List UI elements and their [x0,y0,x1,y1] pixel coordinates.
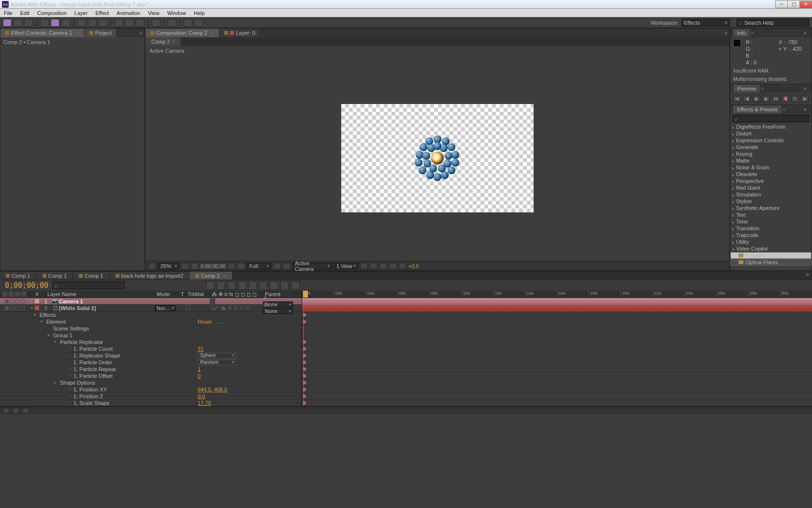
effect-category[interactable]: Distort [730,130,812,137]
property-dropdown[interactable]: Random [198,359,236,365]
stopwatch-icon[interactable]: ⸰ [67,346,73,351]
layer-bar[interactable] [302,305,812,312]
audio-toggle[interactable] [10,306,14,310]
timeline-tool-icon[interactable] [217,281,225,290]
effect-category[interactable]: Trapcode [730,232,812,239]
property-value[interactable]: 0.0 [198,393,205,399]
audio-toggle[interactable] [10,299,14,303]
layer-color[interactable] [35,306,39,310]
pen-tool-icon[interactable] [88,19,97,27]
panel-menu-icon[interactable]: ≡ [802,106,809,112]
timeline-tool-icon[interactable] [259,281,268,290]
switch[interactable] [210,299,215,304]
maximize-button[interactable]: ▢ [787,0,800,8]
effect-category[interactable]: Noise & Grain [730,164,812,171]
switch[interactable] [239,305,244,311]
zoom-tool-icon[interactable] [24,19,33,27]
fx-badge[interactable]: fx [221,305,227,311]
effect-category[interactable]: Simulation [730,191,812,198]
twirl-icon[interactable]: ▾ [29,306,35,310]
keyframe[interactable] [303,347,306,351]
current-time[interactable]: 0;00;00;00 [5,281,48,290]
effect-category-open[interactable]: Video Copilot [730,245,812,252]
footer-btn[interactable] [389,263,397,269]
col-trkmat[interactable]: TrkMat [188,291,204,297]
property-row[interactable]: ▾Effects [0,312,302,318]
footer-btn[interactable] [379,263,387,269]
next-frame-icon[interactable]: ▶ [762,95,770,103]
timeline-tool-icon[interactable] [270,281,278,290]
solo-toggle[interactable] [15,299,19,303]
keyframe[interactable] [303,367,306,371]
prev-frame-icon[interactable]: ◀ [743,95,751,103]
menu-edit[interactable]: Edit [16,10,33,16]
statusbar-btn[interactable] [13,408,19,414]
visibility-toggle[interactable] [5,306,9,310]
col-name[interactable]: Layer Name [47,291,76,297]
lock-toggle[interactable] [21,299,25,303]
timeline-tracks[interactable] [302,298,812,406]
timeline-tool-icon[interactable] [248,281,257,290]
footer-btn[interactable] [399,263,406,269]
property-row[interactable]: ⸰1. Replicator ShapeSphere [0,352,302,359]
ram-preview-icon[interactable]: ▶ [801,95,809,103]
twirl-icon[interactable]: ▸ [29,299,35,303]
pickwhip-icon[interactable]: ⊚ [263,295,267,301]
property-value[interactable]: 17.70 [198,400,211,406]
effect-category[interactable]: Matte [730,157,812,164]
twirl-icon[interactable]: ▾ [47,333,53,337]
timeline-tab[interactable]: Comp 1 [73,271,110,280]
keyframe[interactable] [303,320,306,324]
effects-search-input[interactable] [732,115,810,122]
workspace-dropdown[interactable]: Effects [682,19,730,27]
effect-category[interactable]: Red Giant [730,184,812,191]
timeline-tool-icon[interactable] [227,281,236,290]
resolution-dropdown[interactable]: Full [247,263,271,269]
stopwatch-icon[interactable]: ⸰ [67,387,73,392]
rect-tool-icon[interactable] [77,19,86,27]
timeline-tool-icon[interactable] [291,281,300,290]
switch[interactable] [233,305,238,311]
close-button[interactable]: ✕ [799,0,812,8]
text-tool-icon[interactable] [99,19,107,27]
property-row[interactable]: ⸰1. Position Z0.0 [0,393,302,400]
twirl-icon[interactable]: ▾ [54,340,60,344]
property-row[interactable]: ⸰1. Scale Shape17.70 [0,400,302,406]
panel-menu-icon[interactable]: ≡ [802,30,809,36]
zoom-dropdown[interactable]: 25% [158,263,179,269]
audio-icon[interactable]: 🔇 [782,95,789,103]
keyframe[interactable] [303,401,306,405]
keyframe[interactable] [303,381,306,385]
roto-tool-icon[interactable] [152,19,160,27]
time-ruler[interactable]: 00s 02s 04s 06s 08s 10s 12s 14s 16s 18s … [302,291,812,298]
switch[interactable] [245,305,250,311]
exposure-value[interactable]: +0.0 [408,263,419,269]
close-icon[interactable]: × [172,39,175,45]
stopwatch-icon[interactable]: ⸰ [67,400,73,405]
effect-category[interactable]: Expression Controls [730,137,812,144]
menu-file[interactable]: File [0,10,16,16]
property-value[interactable]: 1 [198,366,201,372]
keyframe[interactable] [303,340,306,344]
close-icon[interactable]: × [783,106,785,112]
property-row[interactable]: ▸Shape Options [0,379,302,386]
menu-effect[interactable]: Effect [91,10,113,16]
panel-menu-icon[interactable]: ≡ [723,30,729,36]
keyframe[interactable] [303,313,306,317]
keyframe[interactable] [303,374,306,378]
effect-category[interactable]: Synthetic Aperture [730,205,812,211]
twirl-icon[interactable]: ▾ [41,319,46,324]
panel-menu-icon[interactable]: ≡ [802,86,809,91]
keyframe[interactable] [303,354,306,358]
panel-tab-preview[interactable]: Preview [733,85,760,92]
stopwatch-icon[interactable]: ⸰ [67,353,73,358]
layer-name[interactable]: Camera 1 [59,299,155,304]
timeline-tab[interactable]: black hole logo ae import2 [110,271,189,280]
menu-layer[interactable]: Layer [71,10,92,16]
keyframe[interactable] [303,388,306,391]
property-value[interactable]: 844.0, 408.0 [198,387,227,392]
col-t[interactable]: T [181,291,184,297]
menu-view[interactable]: View [144,10,163,16]
clone-tool-icon[interactable] [125,19,134,27]
property-value[interactable]: 31 [198,346,203,352]
